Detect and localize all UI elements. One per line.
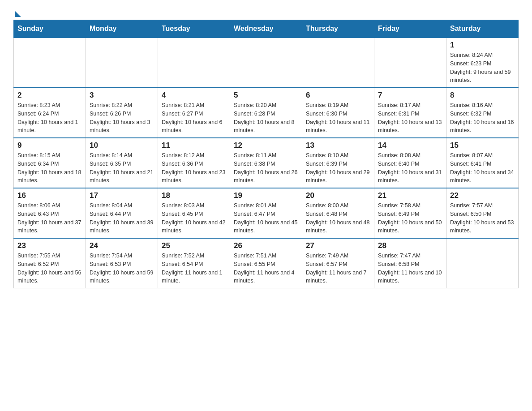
day-number: 16 [17, 191, 82, 200]
day-info: Sunrise: 8:07 AM Sunset: 6:41 PM Dayligh… [450, 151, 515, 185]
day-info: Sunrise: 8:20 AM Sunset: 6:28 PM Dayligh… [234, 101, 298, 135]
day-info: Sunrise: 8:01 AM Sunset: 6:47 PM Dayligh… [234, 201, 298, 235]
day-number: 3 [90, 91, 154, 100]
calendar-cell: 2Sunrise: 8:23 AM Sunset: 6:24 PM Daylig… [14, 88, 86, 138]
day-number: 18 [162, 191, 226, 200]
day-info: Sunrise: 8:06 AM Sunset: 6:43 PM Dayligh… [17, 201, 82, 235]
weekday-header-friday: Friday [374, 20, 446, 38]
calendar-week-row: 1Sunrise: 8:24 AM Sunset: 6:23 PM Daylig… [14, 38, 519, 88]
day-info: Sunrise: 8:04 AM Sunset: 6:44 PM Dayligh… [90, 201, 154, 235]
day-info: Sunrise: 8:19 AM Sunset: 6:30 PM Dayligh… [306, 101, 370, 135]
day-number: 4 [162, 91, 226, 100]
day-info: Sunrise: 8:08 AM Sunset: 6:40 PM Dayligh… [378, 151, 442, 185]
day-number: 6 [306, 91, 370, 100]
day-info: Sunrise: 7:52 AM Sunset: 6:54 PM Dayligh… [162, 252, 226, 285]
day-info: Sunrise: 8:11 AM Sunset: 6:38 PM Dayligh… [234, 151, 298, 185]
calendar-cell: 6Sunrise: 8:19 AM Sunset: 6:30 PM Daylig… [302, 88, 374, 138]
calendar-cell: 1Sunrise: 8:24 AM Sunset: 6:23 PM Daylig… [446, 38, 519, 88]
calendar-cell: 23Sunrise: 7:55 AM Sunset: 6:52 PM Dayli… [14, 238, 86, 288]
calendar-cell: 7Sunrise: 8:17 AM Sunset: 6:31 PM Daylig… [374, 88, 446, 138]
calendar-cell: 20Sunrise: 8:00 AM Sunset: 6:48 PM Dayli… [302, 188, 374, 238]
day-info: Sunrise: 7:58 AM Sunset: 6:49 PM Dayligh… [378, 201, 442, 235]
calendar-cell [374, 38, 446, 88]
calendar-cell: 25Sunrise: 7:52 AM Sunset: 6:54 PM Dayli… [158, 238, 230, 288]
day-info: Sunrise: 8:03 AM Sunset: 6:45 PM Dayligh… [162, 201, 226, 235]
day-number: 17 [90, 191, 154, 200]
day-info: Sunrise: 8:14 AM Sunset: 6:35 PM Dayligh… [90, 151, 154, 185]
weekday-header-monday: Monday [86, 20, 158, 38]
weekday-header-tuesday: Tuesday [158, 20, 230, 38]
day-number: 25 [162, 241, 226, 250]
day-info: Sunrise: 7:57 AM Sunset: 6:50 PM Dayligh… [450, 201, 515, 235]
day-info: Sunrise: 8:00 AM Sunset: 6:48 PM Dayligh… [306, 201, 370, 235]
day-info: Sunrise: 7:51 AM Sunset: 6:55 PM Dayligh… [234, 252, 298, 285]
calendar-week-row: 16Sunrise: 8:06 AM Sunset: 6:43 PM Dayli… [14, 188, 519, 238]
day-number: 15 [450, 141, 515, 150]
day-number: 14 [378, 141, 442, 150]
page-header [13, 9, 519, 15]
day-number: 12 [234, 141, 298, 150]
day-info: Sunrise: 8:23 AM Sunset: 6:24 PM Dayligh… [17, 101, 82, 135]
weekday-header-row: SundayMondayTuesdayWednesdayThursdayFrid… [14, 20, 519, 38]
day-number: 21 [378, 191, 442, 200]
day-number: 20 [306, 191, 370, 200]
calendar-cell: 12Sunrise: 8:11 AM Sunset: 6:38 PM Dayli… [230, 138, 302, 188]
calendar-cell: 16Sunrise: 8:06 AM Sunset: 6:43 PM Dayli… [14, 188, 86, 238]
day-number: 24 [90, 241, 154, 250]
day-number: 11 [162, 141, 226, 150]
day-number: 27 [306, 241, 370, 250]
day-info: Sunrise: 7:54 AM Sunset: 6:53 PM Dayligh… [90, 252, 154, 285]
weekday-header-thursday: Thursday [302, 20, 374, 38]
day-number: 23 [17, 241, 82, 250]
day-info: Sunrise: 8:15 AM Sunset: 6:34 PM Dayligh… [17, 151, 82, 185]
day-number: 9 [17, 141, 82, 150]
calendar-cell: 9Sunrise: 8:15 AM Sunset: 6:34 PM Daylig… [14, 138, 86, 188]
calendar-cell: 3Sunrise: 8:22 AM Sunset: 6:26 PM Daylig… [86, 88, 158, 138]
calendar-cell: 13Sunrise: 8:10 AM Sunset: 6:39 PM Dayli… [302, 138, 374, 188]
day-info: Sunrise: 7:47 AM Sunset: 6:58 PM Dayligh… [378, 252, 442, 285]
calendar-week-row: 2Sunrise: 8:23 AM Sunset: 6:24 PM Daylig… [14, 88, 519, 138]
day-number: 10 [90, 141, 154, 150]
calendar-cell [158, 38, 230, 88]
calendar-week-row: 9Sunrise: 8:15 AM Sunset: 6:34 PM Daylig… [14, 138, 519, 188]
day-info: Sunrise: 8:10 AM Sunset: 6:39 PM Dayligh… [306, 151, 370, 185]
weekday-header-sunday: Sunday [14, 20, 86, 38]
day-info: Sunrise: 8:24 AM Sunset: 6:23 PM Dayligh… [450, 51, 515, 85]
logo-triangle-icon [15, 11, 21, 17]
day-number: 19 [234, 191, 298, 200]
calendar-cell: 5Sunrise: 8:20 AM Sunset: 6:28 PM Daylig… [230, 88, 302, 138]
weekday-header-wednesday: Wednesday [230, 20, 302, 38]
calendar-cell: 21Sunrise: 7:58 AM Sunset: 6:49 PM Dayli… [374, 188, 446, 238]
calendar-cell [230, 38, 302, 88]
calendar-cell [14, 38, 86, 88]
calendar-cell: 18Sunrise: 8:03 AM Sunset: 6:45 PM Dayli… [158, 188, 230, 238]
calendar-cell: 27Sunrise: 7:49 AM Sunset: 6:57 PM Dayli… [302, 238, 374, 288]
calendar-cell: 19Sunrise: 8:01 AM Sunset: 6:47 PM Dayli… [230, 188, 302, 238]
calendar-cell: 15Sunrise: 8:07 AM Sunset: 6:41 PM Dayli… [446, 138, 519, 188]
day-number: 5 [234, 91, 298, 100]
day-info: Sunrise: 8:16 AM Sunset: 6:32 PM Dayligh… [450, 101, 515, 135]
day-number: 28 [378, 241, 442, 250]
day-number: 13 [306, 141, 370, 150]
day-number: 26 [234, 241, 298, 250]
calendar-cell: 4Sunrise: 8:21 AM Sunset: 6:27 PM Daylig… [158, 88, 230, 138]
calendar-cell: 10Sunrise: 8:14 AM Sunset: 6:35 PM Dayli… [86, 138, 158, 188]
logo [13, 9, 21, 15]
day-info: Sunrise: 7:49 AM Sunset: 6:57 PM Dayligh… [306, 252, 370, 285]
calendar-cell: 14Sunrise: 8:08 AM Sunset: 6:40 PM Dayli… [374, 138, 446, 188]
calendar-cell: 26Sunrise: 7:51 AM Sunset: 6:55 PM Dayli… [230, 238, 302, 288]
calendar-cell: 17Sunrise: 8:04 AM Sunset: 6:44 PM Dayli… [86, 188, 158, 238]
calendar-cell: 24Sunrise: 7:54 AM Sunset: 6:53 PM Dayli… [86, 238, 158, 288]
calendar-cell [302, 38, 374, 88]
weekday-header-saturday: Saturday [446, 20, 519, 38]
day-number: 1 [450, 41, 515, 50]
day-info: Sunrise: 8:12 AM Sunset: 6:36 PM Dayligh… [162, 151, 226, 185]
calendar-cell: 11Sunrise: 8:12 AM Sunset: 6:36 PM Dayli… [158, 138, 230, 188]
calendar-cell: 22Sunrise: 7:57 AM Sunset: 6:50 PM Dayli… [446, 188, 519, 238]
calendar-table: SundayMondayTuesdayWednesdayThursdayFrid… [13, 20, 519, 288]
day-info: Sunrise: 8:17 AM Sunset: 6:31 PM Dayligh… [378, 101, 442, 135]
day-number: 2 [17, 91, 82, 100]
day-info: Sunrise: 8:22 AM Sunset: 6:26 PM Dayligh… [90, 101, 154, 135]
day-info: Sunrise: 8:21 AM Sunset: 6:27 PM Dayligh… [162, 101, 226, 135]
day-info: Sunrise: 7:55 AM Sunset: 6:52 PM Dayligh… [17, 252, 82, 285]
